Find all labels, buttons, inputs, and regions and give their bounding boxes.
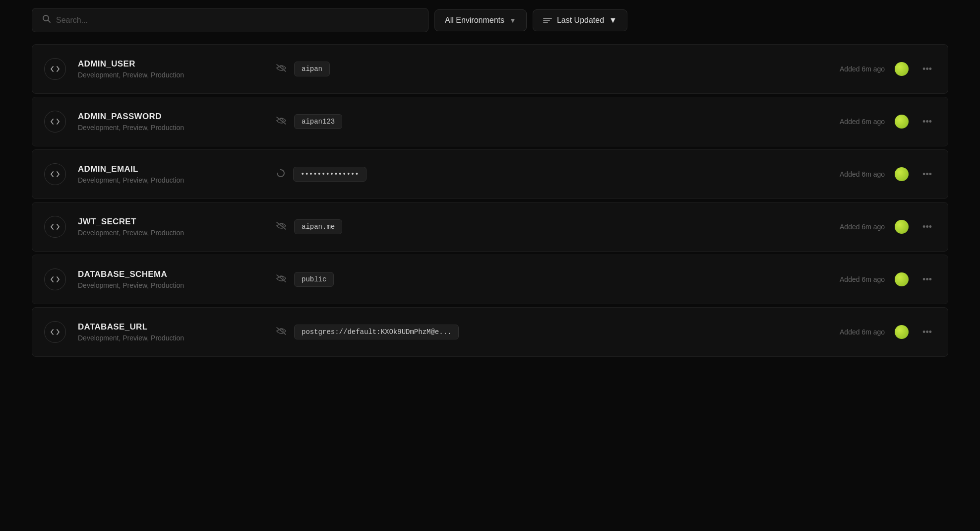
code-icon (44, 216, 66, 238)
visibility-off-icon (276, 327, 286, 337)
list-item: ADMIN_PASSWORD Development, Preview, Pro… (32, 97, 948, 146)
status-dot (895, 325, 909, 339)
env-value-area: public (276, 272, 840, 287)
more-menu-button[interactable]: ••• (919, 325, 936, 339)
timestamp: Added 6m ago (840, 328, 885, 336)
env-environments: Development, Preview, Production (78, 71, 276, 79)
more-menu-button[interactable]: ••• (919, 62, 936, 76)
chevron-down-icon: ▼ (509, 16, 516, 24)
env-name: ADMIN_PASSWORD (78, 112, 276, 122)
timestamp: Added 6m ago (840, 223, 885, 231)
list-item: JWT_SECRET Development, Preview, Product… (32, 202, 948, 252)
value-badge[interactable]: postgres://default:KXOk9UDmPhzM@e... (294, 325, 459, 339)
env-meta: Added 6m ago ••• (840, 325, 936, 339)
search-container (32, 8, 429, 32)
svg-point-2 (277, 170, 284, 177)
timestamp: Added 6m ago (840, 118, 885, 126)
sort-label: Last Updated (557, 16, 604, 25)
status-dot (895, 167, 909, 181)
env-meta: Added 6m ago ••• (840, 272, 936, 287)
visibility-off-icon (276, 64, 286, 74)
status-dot (895, 220, 909, 234)
env-name: ADMIN_EMAIL (78, 164, 276, 174)
timestamp: Added 6m ago (840, 275, 885, 283)
value-badge[interactable]: aipan.me (294, 219, 342, 234)
env-info: JWT_SECRET Development, Preview, Product… (78, 217, 276, 237)
env-value-area: aipan.me (276, 219, 840, 234)
status-dot (895, 115, 909, 129)
env-environments: Development, Preview, Production (78, 281, 276, 289)
visibility-off-icon (276, 117, 286, 127)
env-value-area: aipan123 (276, 114, 840, 129)
search-icon (42, 14, 51, 26)
env-environments: Development, Preview, Production (78, 334, 276, 342)
env-value-area: •••••••••••••• (276, 167, 840, 182)
more-menu-button[interactable]: ••• (919, 272, 936, 287)
sort-icon (543, 18, 552, 23)
list-item: ADMIN_EMAIL Development, Preview, Produc… (32, 149, 948, 199)
env-environments: Development, Preview, Production (78, 229, 276, 237)
environment-filter-label: All Environments (445, 16, 504, 25)
env-meta: Added 6m ago ••• (840, 62, 936, 76)
env-info: DATABASE_URL Development, Preview, Produ… (78, 322, 276, 342)
value-badge[interactable]: public (294, 272, 334, 287)
list-item: ADMIN_USER Development, Preview, Product… (32, 44, 948, 94)
sort-chevron-icon: ▼ (609, 16, 617, 25)
search-input[interactable] (56, 16, 418, 25)
env-meta: Added 6m ago ••• (840, 167, 936, 182)
sort-dropdown[interactable]: Last Updated ▼ (533, 9, 627, 31)
status-dot (895, 272, 909, 286)
svg-line-1 (48, 20, 51, 23)
value-badge[interactable]: aipan123 (294, 114, 342, 129)
value-badge[interactable]: aipan (294, 62, 330, 76)
visibility-off-icon (276, 274, 286, 285)
env-name: ADMIN_USER (78, 59, 276, 69)
code-icon (44, 268, 66, 290)
env-list: ADMIN_USER Development, Preview, Product… (0, 44, 980, 357)
code-icon (44, 321, 66, 343)
more-menu-button[interactable]: ••• (919, 167, 936, 182)
env-value-area: postgres://default:KXOk9UDmPhzM@e... (276, 325, 840, 339)
env-info: ADMIN_USER Development, Preview, Product… (78, 59, 276, 79)
env-info: DATABASE_SCHEMA Development, Preview, Pr… (78, 269, 276, 289)
value-badge[interactable]: •••••••••••••• (293, 167, 367, 182)
env-name: JWT_SECRET (78, 217, 276, 227)
env-meta: Added 6m ago ••• (840, 220, 936, 234)
code-icon (44, 58, 66, 80)
env-meta: Added 6m ago ••• (840, 115, 936, 129)
timestamp: Added 6m ago (840, 170, 885, 178)
env-info: ADMIN_EMAIL Development, Preview, Produc… (78, 164, 276, 184)
env-name: DATABASE_SCHEMA (78, 269, 276, 279)
list-item: DATABASE_SCHEMA Development, Preview, Pr… (32, 255, 948, 304)
env-environments: Development, Preview, Production (78, 124, 276, 132)
env-info: ADMIN_PASSWORD Development, Preview, Pro… (78, 112, 276, 132)
env-name: DATABASE_URL (78, 322, 276, 332)
status-dot (895, 62, 909, 76)
timestamp: Added 6m ago (840, 65, 885, 73)
environment-filter-dropdown[interactable]: All Environments ▼ (434, 9, 527, 31)
visibility-off-icon (276, 222, 286, 232)
more-menu-button[interactable]: ••• (919, 220, 936, 234)
list-item: DATABASE_URL Development, Preview, Produ… (32, 307, 948, 357)
env-value-area: aipan (276, 62, 840, 76)
top-bar: All Environments ▼ Last Updated ▼ (0, 0, 980, 40)
code-icon (44, 163, 66, 185)
code-icon (44, 111, 66, 133)
loading-icon (276, 169, 285, 180)
env-environments: Development, Preview, Production (78, 176, 276, 184)
more-menu-button[interactable]: ••• (919, 115, 936, 129)
